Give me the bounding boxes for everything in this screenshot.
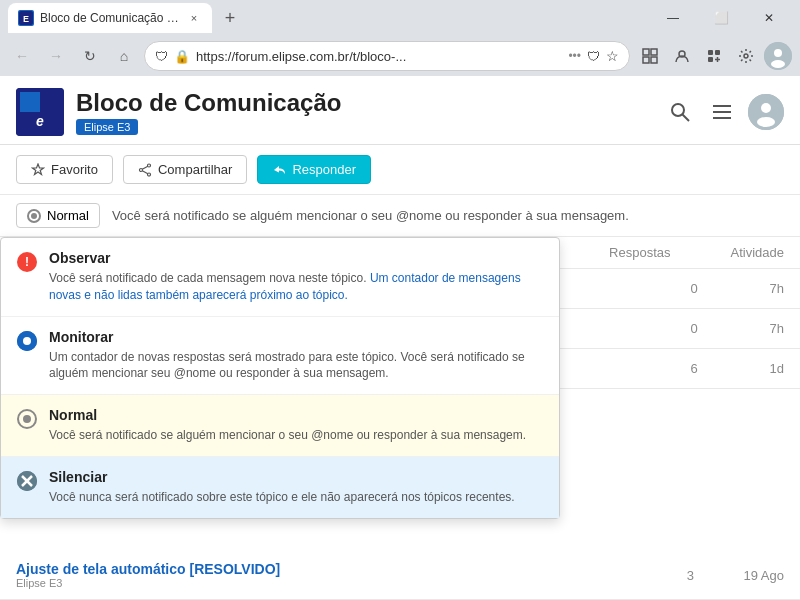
window-restore-button[interactable]: ⬜: [698, 3, 744, 33]
silenciar-icon: [17, 471, 37, 491]
forum-header-icons: [664, 94, 784, 130]
forward-button[interactable]: →: [42, 42, 70, 70]
svg-rect-3: [651, 49, 657, 55]
bookmark-icon[interactable]: ☆: [606, 48, 619, 64]
reply-button[interactable]: Responder: [257, 155, 371, 184]
bottom-row-title-area: Ajuste de tela automático [RESOLVIDO] El…: [16, 561, 687, 589]
dropdown-item-observar[interactable]: ! Observar Você será notificado de cada …: [1, 238, 559, 317]
window-controls: — ⬜ ✕: [650, 3, 792, 33]
bottom-topic-row[interactable]: Ajuste de tela automático [RESOLVIDO] El…: [0, 551, 800, 600]
svg-rect-2: [643, 49, 649, 55]
forum-title-area: Bloco de Comunicação Elipse E3: [76, 89, 341, 135]
notification-current-button[interactable]: Normal: [16, 203, 100, 228]
user-avatar[interactable]: [764, 42, 792, 70]
back-button[interactable]: ←: [8, 42, 36, 70]
table-row: 0 7h: [560, 309, 800, 349]
observar-text: Observar Você será notificado de cada me…: [49, 250, 543, 304]
dropdown-item-normal[interactable]: Normal Você será notificado se alguém me…: [1, 395, 559, 457]
normal-description: Você será notificado se alguém mencionar…: [49, 427, 526, 444]
svg-point-25: [147, 164, 150, 167]
svg-line-28: [142, 166, 148, 169]
svg-point-31: [23, 337, 31, 345]
bottom-row-title[interactable]: Ajuste de tela automático [RESOLVIDO]: [16, 561, 687, 577]
notification-dropdown: ! Observar Você será notificado de cada …: [0, 237, 560, 519]
address-bar[interactable]: 🛡 🔒 https://forum.elipse.com.br/t/bloco-…: [144, 41, 630, 71]
security-icon: 🛡: [155, 49, 168, 64]
svg-rect-4: [643, 57, 649, 63]
svg-text:E: E: [23, 14, 29, 24]
monitorar-description: Um contador de novas respostas será most…: [49, 349, 543, 383]
silenciar-title: Silenciar: [49, 469, 515, 485]
home-button[interactable]: ⌂: [110, 42, 138, 70]
collections-icon[interactable]: [636, 42, 664, 70]
extensions-icon[interactable]: [700, 42, 728, 70]
bottom-row-replies: 3: [687, 568, 694, 583]
svg-point-24: [757, 117, 775, 127]
svg-point-26: [147, 173, 150, 176]
svg-point-17: [672, 104, 684, 116]
bottom-row-activity: 19 Ago: [724, 568, 784, 583]
user-avatar-header[interactable]: [748, 94, 784, 130]
normal-icon: [17, 409, 37, 429]
forum-logo: e: [16, 88, 64, 136]
browser-tab[interactable]: E Bloco de Comunicação - Elipse ×: [8, 3, 212, 33]
silenciar-text: Silenciar Você nunca será notificado sob…: [49, 469, 515, 506]
bottom-row-badge: Elipse E3: [16, 577, 687, 589]
refresh-button[interactable]: ↻: [76, 42, 104, 70]
dropdown-item-monitorar[interactable]: Monitorar Um contador de novas respostas…: [1, 317, 559, 396]
svg-point-27: [139, 168, 142, 171]
forum-badge[interactable]: Elipse E3: [76, 119, 138, 135]
page-title: Bloco de Comunicação: [76, 89, 341, 117]
monitorar-icon: [17, 331, 37, 351]
browser-toolbar: ← → ↻ ⌂ 🛡 🔒 https://forum.elipse.com.br/…: [0, 36, 800, 76]
url-text: https://forum.elipse.com.br/t/bloco-...: [196, 49, 562, 64]
lock-icon: 🔒: [174, 49, 190, 64]
observar-icon: !: [17, 252, 37, 272]
forum-header: e Bloco de Comunicação Elipse E3: [0, 76, 800, 145]
tab-close-button[interactable]: ×: [186, 10, 202, 26]
forum-logo-inner: e: [16, 88, 64, 136]
svg-point-12: [774, 49, 782, 57]
row-replies-2: 0: [664, 321, 724, 336]
normal-text: Normal Você será notificado se alguém me…: [49, 407, 526, 444]
shield-icon: 🛡: [587, 49, 600, 64]
row-replies-3: 6: [664, 361, 724, 376]
svg-point-10: [744, 54, 748, 58]
window-minimize-button[interactable]: —: [650, 3, 696, 33]
col-replies-label: Respostas: [609, 245, 670, 260]
content-area: ! Observar Você será notificado de cada …: [0, 237, 800, 389]
svg-rect-15: [20, 92, 40, 112]
table-header: Respostas Atividade: [560, 237, 800, 269]
profile-icon[interactable]: [668, 42, 696, 70]
search-icon[interactable]: [664, 96, 696, 128]
row-activity-3: 1d: [724, 361, 784, 376]
table-row: 6 1d: [560, 349, 800, 389]
notification-description: Você será notificado se alguém mencionar…: [112, 208, 784, 223]
observar-description: Você será notificado de cada mensagem no…: [49, 270, 543, 304]
monitorar-title: Monitorar: [49, 329, 543, 345]
hamburger-menu-icon[interactable]: [706, 96, 738, 128]
window-close-button[interactable]: ✕: [746, 3, 792, 33]
new-tab-button[interactable]: +: [216, 4, 244, 32]
svg-line-18: [683, 115, 690, 122]
radio-circle-icon: [27, 209, 41, 223]
favorite-button[interactable]: Favorito: [16, 155, 113, 184]
row-replies-1: 0: [664, 281, 724, 296]
settings-icon[interactable]: [732, 42, 760, 70]
tab-title: Bloco de Comunicação - Elipse: [40, 11, 180, 25]
more-icon[interactable]: •••: [568, 49, 581, 63]
share-button[interactable]: Compartilhar: [123, 155, 247, 184]
monitorar-text: Monitorar Um contador de novas respostas…: [49, 329, 543, 383]
dropdown-item-silenciar[interactable]: Silenciar Você nunca será notificado sob…: [1, 457, 559, 518]
bottom-row-stats: 3 19 Ago: [687, 568, 784, 583]
radio-dot: [31, 213, 37, 219]
observar-title: Observar: [49, 250, 543, 266]
forum-logo-area: e Bloco de Comunicação Elipse E3: [16, 88, 341, 136]
tab-favicon: E: [18, 10, 34, 26]
normal-title: Normal: [49, 407, 526, 423]
notification-current-label: Normal: [47, 208, 89, 223]
toolbar-icons: [636, 42, 792, 70]
notification-selector-bar: Normal Você será notificado se alguém me…: [0, 195, 800, 237]
page-content: e Bloco de Comunicação Elipse E3: [0, 76, 800, 600]
svg-rect-9: [708, 57, 713, 62]
